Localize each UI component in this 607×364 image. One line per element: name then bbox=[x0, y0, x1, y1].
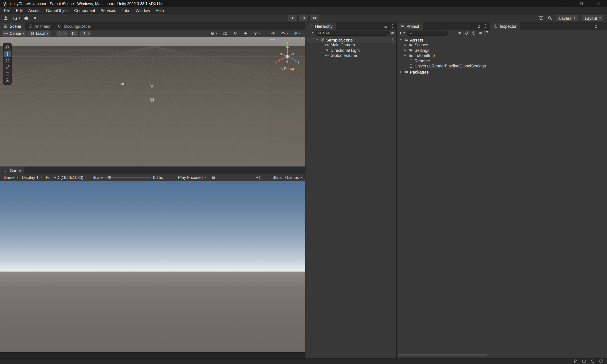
lock-icon[interactable] bbox=[384, 24, 387, 28]
project-row-assets[interactable]: ▼ Assets bbox=[397, 37, 490, 42]
axis-z-label[interactable]: z bbox=[298, 61, 299, 64]
grid-snapping-dropdown[interactable]: ▾ bbox=[57, 30, 68, 36]
scene-header-row[interactable]: ▼ SampleScene ⋮ bbox=[305, 37, 396, 42]
vsync-grid-icon[interactable] bbox=[264, 175, 269, 180]
axis-x-label[interactable]: x bbox=[275, 61, 277, 64]
undo-history-icon[interactable] bbox=[539, 15, 544, 20]
handle-orientation-dropdown[interactable]: Local ▾ bbox=[28, 30, 50, 36]
menu-edit[interactable]: Edit bbox=[13, 8, 26, 13]
rotate-tool-button[interactable] bbox=[4, 57, 11, 64]
menu-component[interactable]: Component bbox=[71, 8, 98, 13]
resolution-dropdown[interactable]: Full HD (1920x1080) ▾ bbox=[44, 175, 89, 180]
display-dropdown[interactable]: Display 1 ▾ bbox=[20, 175, 44, 180]
version-control-gear-icon[interactable] bbox=[33, 15, 38, 20]
cloud-services-icon[interactable] bbox=[24, 15, 29, 21]
tab-project[interactable]: Project bbox=[397, 23, 423, 30]
project-panel-menu-icon[interactable]: ⋮ bbox=[483, 24, 488, 28]
account-avatar-icon[interactable] bbox=[3, 15, 9, 21]
hierarchy-item-global-volume[interactable]: Global Volume bbox=[305, 53, 396, 58]
gizmos-dropdown[interactable]: ▾ bbox=[292, 30, 302, 36]
minimize-button[interactable] bbox=[556, 0, 573, 7]
frame-debugger-bug-icon[interactable] bbox=[211, 175, 216, 180]
menu-assets[interactable]: Assets bbox=[26, 8, 43, 13]
custom-tool-button[interactable] bbox=[4, 77, 11, 83]
menu-gameobject[interactable]: GameObject bbox=[43, 8, 71, 13]
hierarchy-item-directional-light[interactable]: Directional Light bbox=[305, 48, 396, 53]
project-search-input[interactable] bbox=[407, 30, 448, 35]
project-row-readme[interactable]: Readme bbox=[397, 58, 490, 64]
background-activity-icon[interactable] bbox=[599, 359, 603, 364]
scene-options-icon[interactable]: ⋮ bbox=[390, 38, 395, 42]
notifications-muted-icon[interactable] bbox=[573, 359, 578, 364]
scale-slider[interactable] bbox=[105, 177, 151, 178]
directional-light-gizmo-icon[interactable] bbox=[149, 83, 155, 88]
menu-help[interactable]: Help bbox=[153, 8, 167, 13]
label-filter-tag-icon[interactable] bbox=[465, 31, 469, 35]
step-button[interactable] bbox=[310, 15, 320, 21]
lock-icon[interactable] bbox=[594, 24, 598, 28]
foldout-open-icon[interactable]: ▼ bbox=[399, 38, 403, 41]
tab-hierarchy[interactable]: Hierarchy bbox=[305, 23, 336, 30]
render-mode-dropdown[interactable]: ▾ bbox=[209, 30, 218, 36]
search-icon[interactable] bbox=[548, 15, 553, 20]
tab-mcclogodecal[interactable]: MccLogoDecal bbox=[54, 23, 94, 30]
pivot-mode-dropdown[interactable]: Center ▾ bbox=[2, 30, 26, 36]
tab-game[interactable]: Game bbox=[0, 167, 24, 174]
game-viewport[interactable] bbox=[0, 181, 305, 352]
foldout-closed-icon[interactable]: ▶ bbox=[404, 54, 407, 57]
project-row-urp-global-settings[interactable]: UniversalRenderPipelineGlobalSettings bbox=[397, 63, 490, 68]
camera-gizmo-icon[interactable] bbox=[119, 81, 124, 86]
mute-audio-icon[interactable] bbox=[256, 175, 260, 180]
account-dropdown[interactable]: TS ▾ bbox=[12, 16, 20, 20]
horizontal-scrollbar[interactable] bbox=[398, 354, 487, 356]
snap-increment-button[interactable] bbox=[70, 30, 78, 36]
scene-effects-dropdown[interactable]: ▾ bbox=[252, 30, 261, 36]
foldout-closed-icon[interactable]: ▶ bbox=[404, 49, 407, 52]
foldout-closed-icon[interactable]: ▶ bbox=[404, 43, 407, 47]
project-row-scenes[interactable]: ▶ Scenes bbox=[397, 42, 490, 48]
tab-inspector[interactable]: Inspector bbox=[490, 23, 520, 30]
maximize-button[interactable] bbox=[573, 0, 590, 7]
layout-dropdown[interactable]: Layout ▾ bbox=[582, 15, 604, 21]
stats-button[interactable]: Stats bbox=[272, 175, 282, 180]
scene-lighting-button[interactable] bbox=[232, 30, 239, 36]
hierarchy-panel-menu-icon[interactable]: ⋮ bbox=[390, 24, 394, 28]
scale-slider-thumb[interactable] bbox=[108, 176, 111, 179]
play-button[interactable] bbox=[288, 15, 298, 21]
game-gizmos-dropdown[interactable]: Gizmos ▾ bbox=[285, 175, 302, 180]
hidden-count-toggle[interactable]: 17 bbox=[479, 31, 488, 35]
menu-jobs[interactable]: Jobs bbox=[119, 8, 133, 13]
orientation-gizmo[interactable]: y x z bbox=[274, 41, 300, 68]
tab-scene[interactable]: Scene bbox=[0, 23, 25, 30]
foldout-open-icon[interactable]: ▼ bbox=[315, 38, 319, 41]
game-panel-menu-icon[interactable]: ⋮ bbox=[299, 168, 303, 172]
inbox-icon[interactable] bbox=[582, 359, 587, 364]
snap-settings-dropdown[interactable]: ▾ bbox=[80, 30, 91, 36]
move-tool-button[interactable] bbox=[4, 51, 11, 57]
menu-services[interactable]: Services bbox=[98, 8, 119, 13]
cache-sync-icon[interactable] bbox=[590, 359, 595, 364]
scene-viewport[interactable]: y x z < Persp bbox=[0, 37, 305, 166]
projection-toggle[interactable]: < Persp bbox=[272, 67, 303, 71]
global-volume-gizmo-icon[interactable] bbox=[149, 97, 155, 102]
package-alert-icon[interactable] bbox=[472, 31, 476, 35]
layers-dropdown[interactable]: Layers ▾ bbox=[556, 15, 578, 21]
scene-visibility-toggle-icon[interactable] bbox=[390, 31, 395, 35]
foldout-closed-icon[interactable]: ▶ bbox=[399, 70, 403, 74]
axis-y-label[interactable]: y bbox=[286, 41, 288, 44]
lock-icon[interactable] bbox=[477, 24, 481, 28]
view-tool-button[interactable] bbox=[4, 44, 11, 50]
camera-settings-dropdown[interactable]: ▾ bbox=[280, 30, 289, 36]
game-view-dropdown[interactable]: Game ▾ bbox=[1, 175, 20, 180]
inspector-panel-menu-icon[interactable]: ⋮ bbox=[601, 24, 605, 28]
hierarchy-search-input[interactable]: ▾ All bbox=[315, 30, 389, 35]
scene-visibility-button[interactable] bbox=[270, 30, 277, 36]
menu-file[interactable]: File bbox=[1, 8, 13, 13]
project-row-packages[interactable]: ▶ Packages bbox=[397, 69, 490, 75]
scale-tool-button[interactable] bbox=[4, 64, 11, 70]
scene-panel-menu-icon[interactable]: ⋮ bbox=[299, 24, 303, 28]
hierarchy-item-main-camera[interactable]: Main Camera bbox=[305, 42, 396, 48]
hierarchy-create-button[interactable]: ▾ bbox=[307, 31, 314, 35]
2d-mode-button[interactable]: 2D bbox=[221, 30, 229, 36]
menu-window[interactable]: Window bbox=[133, 8, 153, 13]
